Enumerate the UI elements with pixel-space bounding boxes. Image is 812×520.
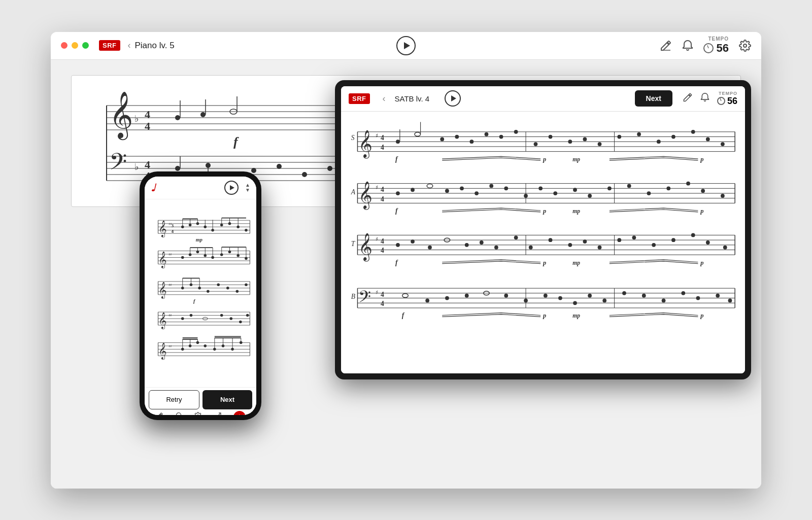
close-dot[interactable] [61,42,67,49]
svg-point-101 [460,186,464,190]
svg-point-107 [553,191,557,195]
phone-scroll-arrows[interactable]: ▲ ▼ [245,183,250,193]
tablet-tempo-clock [717,97,725,105]
tablet-bell-icon[interactable] [700,92,709,105]
svg-point-64 [485,132,489,136]
phone-bell-icon[interactable] [175,412,182,415]
svg-text:p: p [700,259,703,266]
svg-text:𝄞: 𝄞 [158,342,167,360]
tempo-clock-icon [703,43,714,53]
back-button[interactable]: ‹ [128,40,131,51]
svg-point-144 [549,238,553,242]
svg-point-97 [396,191,400,195]
srf-logo: SRF [99,40,120,51]
phone-icon-bar: ★ [145,409,256,415]
phone-toolbar: ♩ ▲ ▼ [145,177,256,199]
svg-point-73 [637,132,641,136]
svg-text:4: 4 [381,247,384,254]
svg-text:4: 4 [381,237,384,245]
svg-point-68 [549,134,553,138]
svg-point-43 [251,168,256,173]
svg-text:♯♯: ♯♯ [168,313,172,318]
svg-point-77 [706,137,710,141]
svg-text:♯: ♯ [376,236,378,242]
phone-notation-svg: 𝄞 3 4 ♯♯ [149,202,252,385]
svg-text:𝄞: 𝄞 [109,92,133,141]
svg-text:mp: mp [196,237,202,242]
svg-point-135 [396,242,400,247]
svg-text:♯: ♯ [376,185,378,190]
svg-text:𝄢: 𝄢 [358,288,371,309]
svg-point-136 [411,239,415,244]
notification-icon[interactable] [682,40,693,52]
svg-point-28 [200,112,206,117]
svg-point-293 [220,314,223,317]
svg-text:f: f [395,155,398,163]
svg-point-71 [598,142,602,146]
svg-point-176 [465,293,469,297]
svg-text:𝄞: 𝄞 [158,281,167,299]
retry-button[interactable]: Retry [149,390,199,409]
svg-point-137 [428,245,432,249]
phone-music-area: 𝄞 3 4 ♯♯ [145,199,256,387]
svg-text:3: 3 [172,223,174,228]
phone-settings-icon[interactable] [194,412,202,415]
svg-point-62 [455,134,459,138]
tablet-play-icon [451,95,456,101]
music-content: 𝄞 𝄢 4 4 4 4 ♭ ♭ f mf [51,60,761,489]
svg-point-139 [465,242,469,247]
tablet-back-button[interactable]: ‹ [383,93,386,104]
phone-next-button[interactable]: Next [202,390,252,409]
tablet-device: SRF ‹ SATB lv. 4 Next [335,80,751,379]
window-controls [61,42,89,49]
svg-point-109 [588,194,592,198]
phone-device: ♩ ▲ ▼ [140,171,261,420]
tablet-next-button[interactable]: Next [635,90,672,107]
svg-point-63 [470,140,474,144]
phone-pencil-icon[interactable] [155,412,163,415]
svg-point-74 [657,140,661,144]
settings-icon[interactable] [739,40,751,52]
svg-point-99 [427,184,433,188]
tablet-notation-svg: S 𝄞 4 4 ♯ [349,117,737,368]
svg-point-1 [743,44,747,47]
svg-point-187 [662,298,666,302]
phone-star-icon[interactable]: ★ [233,411,246,415]
svg-text:♯: ♯ [376,289,378,295]
play-button[interactable] [396,36,416,55]
svg-text:𝄞: 𝄞 [358,181,373,210]
svg-point-59 [415,132,421,136]
svg-point-291 [190,314,193,317]
tablet-play-button[interactable] [445,90,461,107]
minimize-dot[interactable] [72,42,78,49]
svg-point-294 [229,317,232,320]
maximize-dot[interactable] [82,42,89,49]
svg-point-290 [181,317,184,320]
svg-text:4: 4 [145,120,150,132]
phone-bottom-bar: Retry Next [145,387,256,415]
svg-point-112 [647,191,651,195]
phone-screen: ♩ ▲ ▼ [145,177,256,415]
tablet-annotation-icon[interactable] [683,92,693,105]
svg-text:p: p [700,156,703,163]
svg-text:𝄞: 𝄞 [158,251,167,268]
svg-point-189 [696,296,700,300]
svg-point-72 [617,134,621,138]
svg-point-102 [475,191,479,195]
svg-text:4: 4 [381,143,384,151]
svg-point-104 [504,186,508,190]
svg-point-44 [277,164,282,169]
phone-play-button[interactable] [224,181,239,195]
tablet-tempo-label: TEMPO [719,91,737,96]
svg-text:S: S [351,134,355,142]
svg-text:4: 4 [381,300,384,307]
svg-point-182 [573,301,577,305]
svg-text:♯♯: ♯♯ [168,252,172,256]
annotation-icon[interactable] [660,40,672,52]
phone-expand-icon[interactable] [214,412,222,415]
svg-point-98 [411,188,415,192]
phone-play-icon [230,185,234,190]
svg-point-180 [544,293,548,297]
svg-point-140 [480,240,484,245]
svg-text:4: 4 [172,229,174,234]
